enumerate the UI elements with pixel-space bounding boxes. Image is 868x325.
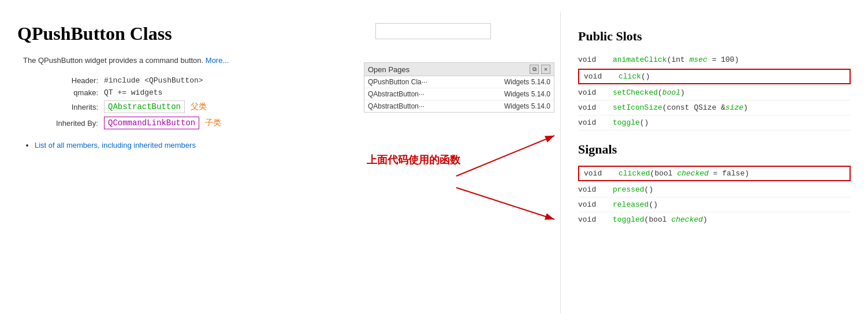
inherited-label: Inherited By: <box>40 119 104 128</box>
slot-sig-4: toggle() <box>613 118 649 127</box>
slot-row-toggle: void toggle() <box>578 115 851 130</box>
list-item[interactable]: QAbstractButton··· Widgets 5.14.0 <box>364 88 554 100</box>
right-panel: Public Slots void animateClick(int msec … <box>560 12 868 313</box>
signal-row-pressed: void pressed() <box>578 182 851 197</box>
class-title: QPushButton Class <box>17 23 341 44</box>
parent-annotation: 父类 <box>191 102 207 112</box>
inherited-row: Inherited By: QCommandLinkButton 子类 <box>40 117 341 129</box>
open-pages-header: Open Pages ⧉ ✕ <box>364 63 554 76</box>
open-pages-icons: ⧉ ✕ <box>530 65 550 74</box>
page-version-0: Widgets 5.14.0 <box>504 78 550 86</box>
slot-type-0: void <box>578 55 613 64</box>
signal-row-toggled: void toggled(bool checked) <box>578 212 851 227</box>
signal-type-1: void <box>578 185 613 194</box>
inherits-label: Inherits: <box>40 103 104 111</box>
bullet-item: List of all members, including inherited… <box>35 141 341 150</box>
page-layout: QPushButton Class The QPushButton widget… <box>0 0 868 325</box>
inherited-link[interactable]: QCommandLinkButton <box>108 118 195 128</box>
description: The QPushButton widget provides a comman… <box>23 56 341 65</box>
annotation-area: 上面代码使用的函数 <box>364 118 554 234</box>
page-version-1: Widgets 5.14.0 <box>504 90 550 98</box>
slot-row-animate: void animateClick(int msec = 100) <box>578 53 851 68</box>
public-slots-title: Public Slots <box>578 29 851 44</box>
header-value: #include <QPushButton> <box>104 76 203 85</box>
inherits-link[interactable]: QAbstractButton <box>108 102 181 111</box>
signal-type-0: void <box>584 169 619 178</box>
open-pages-box: Open Pages ⧉ ✕ QPushButton Cla··· Widget… <box>364 62 554 113</box>
restore-icon[interactable]: ⧉ <box>530 65 539 74</box>
slot-type-2: void <box>578 88 613 97</box>
list-item[interactable]: QAbstractButton··· Widgets 5.14.0 <box>364 100 554 112</box>
slot-sig-0: animateClick(int msec = 100) <box>613 55 739 64</box>
signal-sig-2: released() <box>613 200 658 209</box>
slot-row-seticonsize: void setIconSize(const QSize &size) <box>578 100 851 115</box>
page-name-2: QAbstractButton··· <box>368 102 424 110</box>
inherited-box: QCommandLinkButton <box>104 117 199 129</box>
signal-sig-3: toggled(bool checked) <box>613 215 707 224</box>
middle-panel: Open Pages ⧉ ✕ QPushButton Cla··· Widget… <box>358 12 560 313</box>
signal-sig-0: clicked(bool checked = false) <box>619 169 749 178</box>
page-name-1: QAbstractButton··· <box>368 90 424 98</box>
inherits-box: QAbstractButton <box>104 100 185 113</box>
signal-type-2: void <box>578 200 613 209</box>
slot-sig-3: setIconSize(const QSize &size) <box>613 103 748 112</box>
signal-row-clicked: void clicked(bool checked = false) <box>578 166 851 181</box>
open-pages-title: Open Pages <box>368 65 409 74</box>
signal-sig-1: pressed() <box>613 185 653 194</box>
slot-row-click: void click() <box>578 69 851 84</box>
close-icon[interactable]: ✕ <box>541 65 550 74</box>
page-version-2: Widgets 5.14.0 <box>504 102 550 110</box>
bullet-list: List of all members, including inherited… <box>35 141 341 150</box>
inherits-row: Inherits: QAbstractButton 父类 <box>40 100 341 113</box>
slot-type-1: void <box>584 72 619 81</box>
slot-sig-1: click() <box>619 72 650 81</box>
svg-line-1 <box>456 188 554 219</box>
search-input[interactable] <box>375 23 491 39</box>
qmake-label: qmake: <box>40 88 104 97</box>
child-annotation: 子类 <box>205 118 221 128</box>
slot-type-4: void <box>578 118 613 127</box>
header-row: Header: #include <QPushButton> <box>40 76 341 85</box>
qmake-value: QT += widgets <box>104 88 162 97</box>
slot-sig-2: setChecked(bool) <box>613 88 685 97</box>
members-link[interactable]: List of all members, including inherited… <box>35 141 196 150</box>
slot-row-setchecked: void setChecked(bool) <box>578 85 851 100</box>
more-link[interactable]: More... <box>206 56 229 65</box>
arrow-svg <box>364 118 560 234</box>
left-panel: QPushButton Class The QPushButton widget… <box>0 12 358 313</box>
signals-section: Signals void clicked(bool checked = fals… <box>578 142 851 227</box>
qmake-row: qmake: QT += widgets <box>40 88 341 97</box>
page-name-0: QPushButton Cla··· <box>368 78 427 86</box>
header-label: Header: <box>40 76 104 85</box>
list-item[interactable]: QPushButton Cla··· Widgets 5.14.0 <box>364 76 554 88</box>
svg-line-0 <box>456 136 554 176</box>
signal-type-3: void <box>578 215 613 224</box>
meta-table: Header: #include <QPushButton> qmake: QT… <box>40 76 341 129</box>
description-text: The QPushButton widget provides a comman… <box>23 56 203 65</box>
signals-title: Signals <box>578 142 851 157</box>
signal-row-released: void released() <box>578 197 851 212</box>
slot-type-3: void <box>578 103 613 112</box>
